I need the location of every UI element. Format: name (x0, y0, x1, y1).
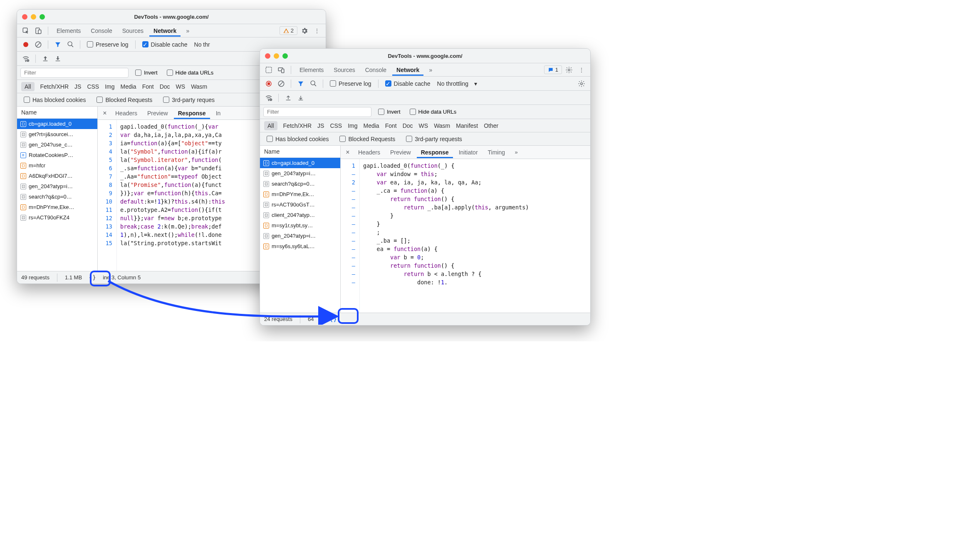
tab-timing[interactable]: Timing (484, 147, 510, 158)
type-all[interactable]: All (264, 121, 277, 130)
preserve-log-checkbox[interactable]: Preserve log (84, 41, 131, 48)
tab-preview[interactable]: Preview (143, 107, 172, 119)
throttling-select[interactable]: No throttling▾ (435, 80, 477, 87)
request-item[interactable]: ⊡gen_204?use_c… (17, 139, 97, 150)
request-item[interactable]: ⊡client_204?atyp… (260, 210, 340, 220)
tab-response[interactable]: Response (417, 147, 453, 158)
request-item[interactable]: ⊡gen_204?atyp=i… (17, 181, 97, 191)
type-manifest[interactable]: Manifest (456, 122, 478, 129)
tab-initiator[interactable]: In (212, 107, 225, 119)
messages-badge[interactable]: 1 (544, 65, 562, 74)
invert-checkbox[interactable]: Invert (376, 109, 403, 115)
preserve-log-checkbox[interactable]: Preserve log (327, 80, 374, 87)
network-conditions-icon[interactable] (263, 92, 274, 103)
close-detail-icon[interactable]: × (100, 109, 109, 117)
type-all[interactable]: All (21, 82, 35, 91)
tab-network[interactable]: Network (392, 64, 423, 76)
inspect-icon[interactable] (263, 65, 274, 75)
request-item[interactable]: ⟨⟩m=hfcr (17, 160, 97, 171)
type-js[interactable]: JS (317, 122, 324, 129)
more-tabs-icon[interactable]: » (425, 65, 436, 75)
request-item[interactable]: ⟨⟩m=sy1r,sybt,sy… (260, 220, 340, 231)
tab-console[interactable]: Console (361, 64, 391, 76)
blocked-cookies-checkbox[interactable]: Has blocked cookies (264, 136, 331, 142)
download-har-icon[interactable] (52, 53, 63, 64)
tab-initiator[interactable]: Initiator (455, 147, 482, 158)
request-item[interactable]: ⊡gen_204?atyp=i… (260, 168, 340, 179)
zoom-icon[interactable] (40, 14, 45, 20)
third-party-checkbox[interactable]: 3rd-party requests (403, 136, 465, 142)
search-icon[interactable] (308, 78, 319, 89)
throttling-select[interactable]: No thr (192, 41, 210, 48)
tab-elements[interactable]: Elements (295, 64, 328, 76)
kebab-icon[interactable]: ⋮ (576, 65, 587, 75)
name-column-header[interactable]: Name (260, 146, 340, 158)
request-item[interactable]: ⊡search?q&cp=0… (17, 191, 97, 202)
gear-icon[interactable] (564, 65, 574, 75)
blocked-requests-checkbox[interactable]: Blocked Requests (337, 136, 398, 142)
name-column-header[interactable]: Name (17, 107, 97, 119)
download-har-icon[interactable] (295, 92, 306, 103)
type-js[interactable]: JS (74, 83, 81, 90)
record-icon[interactable] (263, 78, 274, 89)
request-item[interactable]: ⊡rs=ACT90oFKZ4 (17, 212, 97, 223)
filter-icon[interactable] (295, 78, 306, 89)
type-css[interactable]: CSS (87, 83, 99, 90)
type-img[interactable]: Img (348, 122, 357, 129)
type-ws[interactable]: WS (419, 122, 428, 129)
type-media[interactable]: Media (364, 122, 379, 129)
type-media[interactable]: Media (121, 83, 136, 90)
minimize-icon[interactable] (274, 53, 279, 59)
type-doc[interactable]: Doc (160, 83, 170, 90)
type-fetch[interactable]: Fetch/XHR (283, 122, 312, 129)
request-item[interactable]: ⟨⟩m=DhPYme,Ek… (260, 189, 340, 199)
tab-headers[interactable]: Headers (354, 147, 384, 158)
disable-cache-checkbox[interactable]: ✓Disable cache (140, 41, 190, 48)
request-item[interactable]: ⟨⟩m=DhPYme,Eke… (17, 202, 97, 212)
tab-preview[interactable]: Preview (386, 147, 415, 158)
zoom-icon[interactable] (282, 53, 288, 59)
type-doc[interactable]: Doc (403, 122, 413, 129)
type-wasm[interactable]: Wasm (434, 122, 450, 129)
type-css[interactable]: CSS (330, 122, 342, 129)
disable-cache-checkbox[interactable]: ✓Disable cache (383, 80, 433, 87)
upload-har-icon[interactable] (283, 92, 294, 103)
request-item[interactable]: ⟨⟩cb=gapi.loaded_0 (17, 119, 97, 129)
blocked-requests-checkbox[interactable]: Blocked Requests (94, 97, 155, 103)
request-item[interactable]: ⊡rs=ACT90oGsT… (260, 199, 340, 210)
type-ws[interactable]: WS (176, 83, 186, 90)
network-conditions-icon[interactable] (20, 53, 31, 64)
filter-icon[interactable] (52, 39, 63, 50)
minimize-icon[interactable] (31, 14, 36, 20)
gear-icon[interactable] (299, 25, 310, 36)
pretty-print-button[interactable] (328, 315, 339, 324)
request-item[interactable]: ⟨⟩m=sy6s,sy6t,aL… (260, 241, 340, 251)
tab-response[interactable]: Response (174, 107, 210, 119)
titlebar[interactable]: DevTools - www.google.com/ (260, 49, 590, 63)
tab-sources[interactable]: Sources (329, 64, 359, 76)
more-tabs-icon[interactable]: » (511, 147, 522, 158)
tab-network[interactable]: Network (149, 25, 181, 37)
kebab-icon[interactable]: ⋮ (312, 25, 322, 36)
type-other[interactable]: Other (484, 122, 498, 129)
warnings-badge[interactable]: 2 (280, 26, 297, 35)
more-tabs-icon[interactable]: » (182, 25, 193, 36)
type-font[interactable]: Font (142, 83, 154, 90)
tab-sources[interactable]: Sources (118, 25, 148, 37)
inspect-icon[interactable] (20, 25, 31, 36)
type-wasm[interactable]: Wasm (191, 83, 207, 90)
record-icon[interactable] (20, 39, 31, 50)
device-icon[interactable] (276, 65, 287, 75)
upload-har-icon[interactable] (40, 53, 51, 64)
tab-elements[interactable]: Elements (52, 25, 85, 37)
request-item[interactable]: ⊡search?q&cp=0… (260, 179, 340, 189)
request-item[interactable]: ⟨⟩A6DkqFxHDGl7… (17, 171, 97, 181)
close-detail-icon[interactable]: × (343, 149, 352, 156)
tab-console[interactable]: Console (87, 25, 116, 37)
close-icon[interactable] (22, 14, 27, 20)
search-icon[interactable] (65, 39, 76, 50)
type-fetch[interactable]: Fetch/XHR (40, 83, 69, 90)
tab-headers[interactable]: Headers (111, 107, 141, 119)
code-lines[interactable]: gapi.loaded_0(function(_) { var window =… (360, 159, 590, 313)
request-item[interactable]: ≡RotateCookiesP… (17, 150, 97, 160)
